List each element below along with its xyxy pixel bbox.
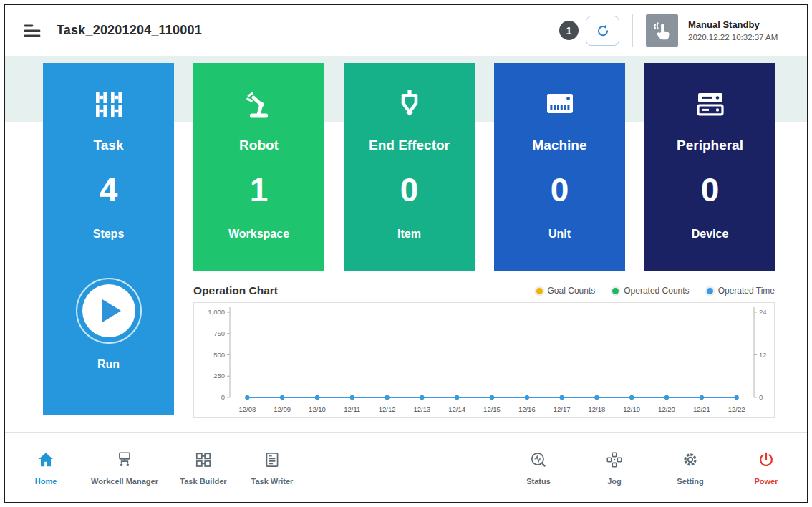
page-title: Task_20201204_110001 <box>57 23 202 38</box>
nav-label: Setting <box>677 477 703 486</box>
svg-text:12/12: 12/12 <box>379 405 396 413</box>
legend-label: Operated Counts <box>624 286 689 296</box>
svg-text:1,000: 1,000 <box>208 308 225 316</box>
nav-label: Home <box>35 477 57 486</box>
nav-label: Status <box>526 477 551 486</box>
svg-text:0: 0 <box>221 393 225 401</box>
machine-card[interactable]: Machine 0 Unit <box>494 63 625 271</box>
svg-text:12/14: 12/14 <box>448 405 465 413</box>
manual-mode-button[interactable] <box>646 14 678 47</box>
card-sublabel: Item <box>397 228 421 241</box>
header-divider <box>632 14 633 47</box>
refresh-icon <box>595 23 611 39</box>
card-label: Machine <box>532 137 586 153</box>
run-label: Run <box>97 358 120 371</box>
header: Task_20201204_110001 1 <box>5 5 807 56</box>
status-icon <box>528 449 549 470</box>
svg-text:12/18: 12/18 <box>589 405 606 413</box>
mode-datetime: 2020.12.22 10:32:37 AM <box>688 33 796 42</box>
svg-text:12/22: 12/22 <box>728 405 745 413</box>
nav-power[interactable]: Power <box>743 449 790 486</box>
nav-group-left: Home Workcell Manager <box>22 449 296 486</box>
gear-icon <box>680 449 701 470</box>
chart-title: Operation Chart <box>193 284 278 297</box>
svg-text:12/10: 12/10 <box>309 405 326 413</box>
bottom-nav: Home Workcell Manager <box>5 432 807 502</box>
nav-label: Task Builder <box>180 477 226 486</box>
nav-label: Workcell Manager <box>91 477 158 486</box>
card-sublabel: Workspace <box>228 228 289 241</box>
legend-operated-time: Operated Time <box>707 286 775 296</box>
task-card-sublabel: Steps <box>93 228 125 241</box>
task-builder-icon <box>193 449 214 470</box>
card-label: End Effector <box>369 137 450 153</box>
nav-task-builder[interactable]: Task Builder <box>180 449 227 486</box>
robot-icon <box>242 87 276 121</box>
svg-text:12/19: 12/19 <box>623 405 640 413</box>
svg-text:12/16: 12/16 <box>518 405 536 413</box>
task-card[interactable]: Task 4 Steps Run <box>43 63 174 415</box>
machine-icon <box>543 87 577 121</box>
card-label: Robot <box>239 137 279 153</box>
svg-text:12/17: 12/17 <box>554 405 571 413</box>
home-icon <box>35 449 57 470</box>
jog-icon <box>604 449 625 470</box>
operated-time-dot <box>707 288 713 294</box>
svg-text:12/20: 12/20 <box>658 405 675 413</box>
svg-text:0: 0 <box>759 393 763 401</box>
svg-text:12: 12 <box>759 351 767 359</box>
task-card-label: Task <box>94 137 124 153</box>
svg-text:750: 750 <box>213 329 225 337</box>
end-effector-icon <box>392 87 427 121</box>
chart-legend: Goal Counts Operated Counts Operated Tim… <box>536 286 775 296</box>
svg-text:12/08: 12/08 <box>239 405 256 413</box>
card-value: 0 <box>701 173 720 206</box>
card-label: Peripheral <box>677 137 743 153</box>
nav-label: Jog <box>607 477 622 486</box>
svg-text:12/13: 12/13 <box>414 405 431 413</box>
peripheral-card[interactable]: Peripheral 0 Device <box>644 63 775 271</box>
notification-badge[interactable]: 1 <box>559 21 579 40</box>
run-button[interactable] <box>76 278 142 344</box>
nav-label: Power <box>754 477 778 486</box>
refresh-button[interactable] <box>586 16 619 46</box>
task-icon <box>92 87 126 121</box>
menu-icon[interactable] <box>22 22 42 39</box>
svg-text:250: 250 <box>213 372 225 380</box>
operation-chart: 1,00075050025002412012/0812/0912/1012/11… <box>193 302 775 418</box>
nav-workcell-manager[interactable]: Workcell Manager <box>91 449 158 486</box>
legend-label: Goal Counts <box>548 286 596 296</box>
legend-operated-counts: Operated Counts <box>612 286 689 296</box>
end-effector-card[interactable]: End Effector 0 Item <box>344 63 475 271</box>
nav-task-writer[interactable]: Task Writer <box>248 449 296 486</box>
workcell-manager-icon <box>114 449 135 470</box>
operation-chart-canvas: 1,00075050025002412012/0812/0912/1012/11… <box>194 303 774 417</box>
card-sublabel: Unit <box>548 228 571 241</box>
nav-label: Task Writer <box>251 477 294 486</box>
svg-text:24: 24 <box>759 308 767 316</box>
card-value: 0 <box>400 173 419 206</box>
header-right: 1 Manual Standby 2020.12. <box>559 14 796 47</box>
legend-label: Operated Time <box>718 286 775 296</box>
legend-goal-counts: Goal Counts <box>536 286 596 296</box>
nav-setting[interactable]: Setting <box>667 449 714 486</box>
nav-status[interactable]: Status <box>515 449 562 486</box>
play-icon <box>82 284 135 337</box>
task-card-value: 4 <box>100 173 118 206</box>
svg-text:12/15: 12/15 <box>483 405 501 413</box>
nav-group-right: Status Jog <box>515 449 790 486</box>
robot-card[interactable]: Robot 1 Workspace <box>193 63 324 271</box>
card-value: 0 <box>551 173 569 206</box>
goal-counts-dot <box>536 288 543 294</box>
task-writer-icon <box>261 449 283 470</box>
nav-home[interactable]: Home <box>22 449 69 486</box>
mode-label: Manual Standby <box>688 19 796 30</box>
hand-icon <box>652 20 673 42</box>
svg-text:12/21: 12/21 <box>693 405 710 413</box>
app-window: Task_20201204_110001 1 <box>4 4 808 503</box>
nav-jog[interactable]: Jog <box>591 449 638 486</box>
svg-text:12/11: 12/11 <box>344 405 360 413</box>
chart-header: Operation Chart Goal Counts Operated Cou… <box>193 281 775 300</box>
mode-status: Manual Standby 2020.12.22 10:32:37 AM <box>688 19 796 42</box>
card-value: 1 <box>250 173 269 206</box>
